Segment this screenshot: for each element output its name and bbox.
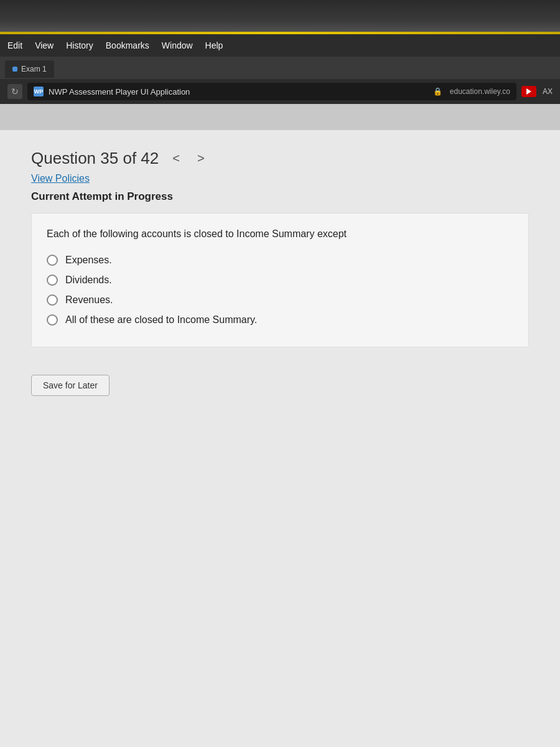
browser-chrome: Edit View History Bookmarks Window Help … [0,34,560,104]
menu-view[interactable]: View [35,40,54,50]
option-c-label: Revenues. [65,294,113,306]
option-a[interactable]: Expenses. [47,255,513,266]
menu-bookmarks[interactable]: Bookmarks [106,40,149,50]
current-attempt-label: Current Attempt in Progress [31,190,529,203]
next-question-button[interactable]: > [194,150,208,167]
option-d[interactable]: All of these are closed to Income Summar… [47,314,513,326]
option-b[interactable]: Dividends. [47,275,513,286]
menu-history[interactable]: History [66,40,93,50]
question-header: Question 35 of 42 < > [31,149,529,168]
tab-bar: Exam 1 [0,57,560,79]
radio-c[interactable] [47,294,58,306]
exam-tab[interactable]: Exam 1 [5,60,54,78]
tab-dot-icon [12,67,17,72]
youtube-icon[interactable] [521,86,536,97]
lock-icon: 🔒 [433,87,442,96]
address-bar-row: ↻ WP NWP Assessment Player UI Applicatio… [0,79,560,104]
question-text: Each of the following accounts is closed… [47,226,513,242]
option-c[interactable]: Revenues. [47,294,513,306]
question-box: Each of the following accounts is closed… [31,213,529,347]
menu-bar: Edit View History Bookmarks Window Help [0,34,560,57]
reload-button[interactable]: ↻ [7,84,22,99]
youtube-play-icon [526,88,531,95]
view-policies-link[interactable]: View Policies [31,173,529,184]
radio-b[interactable] [47,275,58,286]
menu-window[interactable]: Window [162,40,193,50]
tab-label: Exam 1 [21,65,47,73]
question-number: Question 35 of 42 [31,149,159,168]
reload-icon: ↻ [11,87,19,96]
option-a-label: Expenses. [65,255,112,266]
prev-question-button[interactable]: < [169,150,184,167]
address-partial: education.wiley.co [450,87,510,96]
main-content: Question 35 of 42 < > View Policies Curr… [0,130,560,747]
address-title: NWP Assessment Player UI Application [49,87,190,96]
top-artifact-bar [0,0,560,34]
wp-favicon-small: WP [34,87,44,96]
address-bar[interactable]: WP NWP Assessment Player UI Application … [27,83,516,100]
radio-d[interactable] [47,314,58,326]
menu-edit[interactable]: Edit [7,40,22,50]
menu-help[interactable]: Help [205,40,223,50]
radio-a[interactable] [47,255,58,266]
option-b-label: Dividends. [65,275,112,286]
save-for-later-button[interactable]: Save for Later [31,375,110,396]
yt-label: AX [543,87,553,96]
option-d-label: All of these are closed to Income Summar… [65,314,257,326]
